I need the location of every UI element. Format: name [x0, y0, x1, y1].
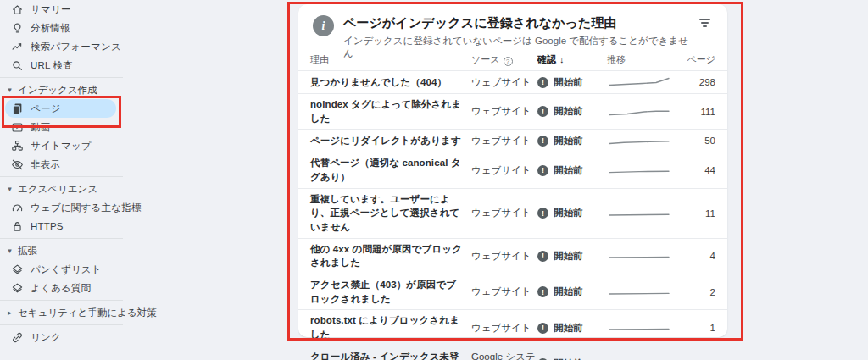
row-validation: ! 開始前 — [537, 135, 607, 147]
lock-icon — [11, 220, 24, 233]
sidebar-section-label: セキュリティと手動による対策 — [18, 307, 157, 319]
sidebar-item-非表示[interactable]: 非表示 — [0, 155, 263, 174]
row-validation-label: 開始前 — [554, 135, 583, 147]
gauge-icon — [11, 202, 24, 214]
sidebar-section-header[interactable]: ▾ 拡張 — [0, 241, 263, 260]
sidebar-item-検索パフォーマンス[interactable]: 検索パフォーマンス — [0, 37, 263, 56]
row-reason: ページにリダイレクトがあります — [310, 130, 471, 152]
row-validation: ! 開始前 — [537, 250, 607, 263]
sidebar-item-label: リンク — [31, 331, 61, 344]
table-row[interactable]: 重複しています。ユーザーにより、正規ページとして選択されていません ウェブサイト… — [298, 188, 727, 238]
link-icon — [11, 331, 24, 344]
row-reason: 重複しています。ユーザーにより、正規ページとして選択されていません — [310, 189, 471, 238]
row-validation: ! 開始前 — [537, 164, 607, 177]
sidebar-section-header[interactable]: ▾ エクスペリエンス — [0, 180, 263, 198]
row-source: ウェブサイト — [471, 135, 537, 147]
row-source: ウェブサイト — [471, 76, 537, 89]
sitemap-icon — [11, 140, 24, 152]
sidebar-item-URL 検査[interactable]: URL 検査 — [0, 56, 263, 75]
table-row[interactable]: 他の 4xx の問題が原因でブロックされました ウェブサイト ! 開始前 4 — [298, 238, 727, 274]
sidebar-item-label: サイトマップ — [31, 140, 92, 152]
sidebar: サマリー 分析情報 検索パフォーマンス URL 検査 ▾ インデックス作成 ペー… — [0, 0, 263, 346]
row-reason: 代替ページ（適切な canonical タグあり） — [310, 152, 471, 187]
table-row[interactable]: 代替ページ（適切な canonical タグあり） ウェブサイト ! 開始前 4… — [298, 152, 727, 187]
sidebar-divider — [0, 176, 123, 177]
sidebar-divider — [0, 324, 123, 325]
layers-icon — [11, 263, 24, 276]
expander-arrow-icon: ▾ — [6, 246, 14, 255]
row-validation-label: 開始前 — [554, 322, 583, 335]
row-reason: 見つかりませんでした（404） — [310, 72, 471, 93]
row-pages-count: 44 — [678, 165, 715, 175]
sidebar-item-label: パンくずリスト — [31, 263, 102, 276]
home-icon — [11, 3, 24, 16]
row-reason: クロール済み - インデックス未登録 — [310, 346, 471, 360]
sidebar-item-分析情報[interactable]: 分析情報 — [0, 19, 263, 37]
exclamation-badge-icon: ! — [537, 165, 548, 176]
eye-off-icon — [11, 158, 24, 171]
sidebar-item-label: 検索パフォーマンス — [31, 41, 121, 53]
card-header: i ページがインデックスに登録されなかった理由 インデックスに登録されていないペ… — [298, 4, 727, 48]
table-row[interactable]: アクセス禁止（403）が原因でブロックされました ウェブサイト ! 開始前 2 — [298, 274, 727, 309]
sidebar-item-サマリー[interactable]: サマリー — [0, 0, 263, 19]
sidebar-item-よくある質問[interactable]: よくある質問 — [0, 279, 263, 297]
sidebar-item-動画[interactable]: 動画 — [0, 118, 263, 136]
row-reason: アクセス禁止（403）が原因でブロックされました — [310, 274, 471, 309]
sidebar-divider — [0, 300, 123, 301]
row-pages-count: 1 — [678, 323, 715, 333]
sidebar-item-label: よくある質問 — [31, 282, 91, 295]
performance-icon — [11, 41, 24, 53]
sidebar-item-label: HTTPS — [31, 221, 64, 231]
card-title: ページがインデックスに登録されなかった理由 — [298, 4, 727, 31]
page-indexing-report-card: i ページがインデックスに登録されなかった理由 インデックスに登録されていないペ… — [298, 4, 727, 337]
exclamation-badge-icon: ! — [537, 286, 548, 297]
row-trend-sparkline — [607, 75, 678, 90]
row-trend-sparkline — [607, 206, 678, 221]
row-validation-label: 開始前 — [554, 207, 583, 219]
table-row[interactable]: ページにリダイレクトがあります ウェブサイト ! 開始前 50 — [298, 129, 727, 152]
filter-icon[interactable] — [698, 19, 710, 29]
table-row[interactable]: noindex タグによって除外されました ウェブサイト ! 開始前 111 — [298, 93, 727, 129]
sidebar-section-header[interactable]: ▾ インデックス作成 — [0, 80, 263, 99]
sidebar-item-label: 非表示 — [31, 158, 60, 171]
row-trend-sparkline — [607, 285, 678, 300]
row-validation-label: 開始前 — [554, 285, 583, 298]
row-source: ウェブサイト — [471, 105, 537, 118]
expander-arrow-icon: ▾ — [6, 86, 14, 94]
sidebar-section-label: インデックス作成 — [18, 84, 97, 97]
table-row[interactable]: robots.txt によりブロックされました ウェブサイト ! 開始前 1 — [298, 309, 727, 345]
row-pages-count: 11 — [678, 208, 715, 219]
sidebar-item-label: ウェブに関する主な指標 — [31, 202, 142, 214]
exclamation-badge-icon: ! — [537, 323, 548, 334]
row-trend-sparkline — [607, 248, 678, 263]
sidebar-section-header[interactable]: ▸ セキュリティと手動による対策 — [0, 303, 263, 322]
table-row[interactable]: 見つかりませんでした（404） ウェブサイト ! 開始前 298 — [298, 70, 727, 93]
exclamation-badge-icon: ! — [537, 136, 548, 147]
sidebar-item-リンク[interactable]: リンク — [0, 328, 263, 346]
exclamation-badge-icon: ! — [537, 106, 548, 117]
sidebar-item-label: URL 検査 — [31, 59, 73, 72]
row-validation: ! 開始前 — [537, 105, 607, 118]
sidebar-divider — [0, 77, 123, 78]
row-source: ウェブサイト — [471, 207, 537, 219]
sidebar-item-ページ[interactable]: ページ — [5, 99, 116, 118]
row-source: ウェブサイト — [471, 322, 537, 335]
sidebar-item-パンくずリスト[interactable]: パンくずリスト — [0, 260, 263, 279]
row-source: ウェブサイト — [471, 285, 537, 298]
pages-icon — [11, 102, 24, 115]
row-pages-count: 298 — [678, 77, 715, 87]
sidebar-item-label: 動画 — [31, 121, 50, 134]
row-source: ウェブサイト — [471, 250, 537, 263]
row-reason: noindex タグによって除外されました — [310, 94, 471, 129]
sidebar-item-ウェブに関する主な指標[interactable]: ウェブに関する主な指標 — [0, 198, 263, 217]
row-pages-count: 50 — [678, 136, 715, 146]
table-row[interactable]: クロール済み - インデックス未登録 Google システム ! 開始前 191 — [298, 346, 727, 360]
sidebar-item-HTTPS[interactable]: HTTPS — [0, 217, 263, 235]
row-trend-sparkline — [607, 163, 678, 178]
row-validation-label: 開始前 — [554, 164, 583, 177]
row-validation: ! 開始前 — [537, 76, 607, 89]
lightbulb-icon — [11, 22, 24, 35]
sidebar-item-サイトマップ[interactable]: サイトマップ — [0, 136, 263, 155]
exclamation-badge-icon: ! — [537, 208, 548, 219]
row-validation: ! 開始前 — [537, 322, 607, 335]
